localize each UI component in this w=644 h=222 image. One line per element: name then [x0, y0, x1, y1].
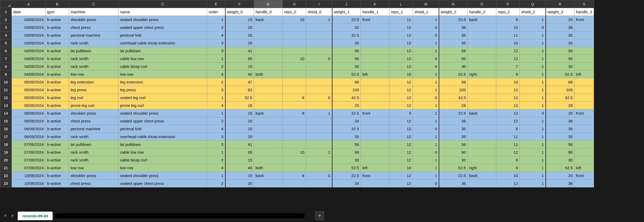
cell[interactable]: 03/09/2024 — [12, 16, 46, 24]
cell[interactable]: 35 — [439, 133, 468, 141]
cell[interactable]: 56 — [439, 141, 468, 148]
cell[interactable] — [361, 78, 389, 86]
cell[interactable]: 03/09/2024 — [12, 39, 46, 47]
cell[interactable]: 8 — [283, 172, 306, 180]
cell[interactable]: b-active — [46, 148, 69, 156]
cell[interactable]: 1 — [207, 109, 225, 117]
cell[interactable]: 9 — [389, 109, 413, 117]
cell[interactable]: 12 — [389, 94, 413, 102]
cell[interactable]: b-active — [46, 24, 69, 31]
row-header-9[interactable]: 9 — [0, 70, 12, 78]
cell[interactable]: 30 — [332, 63, 361, 70]
row-header-2[interactable]: 2 — [0, 16, 12, 24]
cell[interactable] — [361, 102, 389, 109]
row-header-10[interactable]: 10 — [0, 78, 12, 86]
column-header-F[interactable]: F — [225, 0, 254, 8]
cell[interactable]: shoulder press — [69, 109, 119, 117]
cell[interactable]: 30 — [439, 63, 468, 70]
cell[interactable] — [468, 94, 496, 102]
cell[interactable]: 15 — [225, 63, 254, 70]
cell[interactable]: 28 — [546, 102, 574, 109]
cell[interactable]: 1 — [413, 117, 439, 125]
cell[interactable] — [254, 102, 283, 109]
cell[interactable]: leg curl — [69, 94, 119, 102]
cell[interactable]: b-active — [46, 78, 69, 86]
cell[interactable]: 1 — [520, 180, 546, 187]
cell[interactable]: chest press — [69, 180, 119, 187]
cell[interactable] — [361, 86, 389, 94]
cell[interactable]: 07/09/2024 — [12, 141, 46, 148]
cell[interactable]: 90 — [439, 55, 468, 63]
cell[interactable]: b-active — [46, 63, 69, 70]
cell[interactable] — [574, 180, 594, 187]
cell[interactable]: 90 — [439, 148, 468, 156]
cell[interactable]: 11 — [496, 141, 520, 148]
cell[interactable]: 12 — [496, 180, 520, 187]
header-cell[interactable]: xhstd_2 — [520, 8, 546, 16]
cell[interactable]: 1 — [520, 172, 546, 180]
cell[interactable] — [468, 133, 496, 141]
cell[interactable]: 42.5 — [332, 94, 361, 102]
cell[interactable] — [574, 148, 594, 156]
cell[interactable]: 1 — [520, 164, 546, 172]
cell[interactable]: 41 — [225, 47, 254, 55]
cell[interactable]: 12 — [389, 47, 413, 55]
cell[interactable]: 56 — [439, 47, 468, 55]
cell[interactable] — [283, 133, 306, 141]
cell[interactable]: 35 — [439, 31, 468, 39]
cell[interactable]: chest press — [69, 24, 119, 31]
cell[interactable]: 36 — [439, 117, 468, 125]
cell[interactable] — [283, 141, 306, 148]
cell[interactable]: 42.5 — [439, 94, 468, 102]
cell[interactable]: b-active — [46, 180, 69, 187]
cell[interactable] — [574, 47, 594, 55]
cell[interactable]: seated shoulder press — [119, 16, 207, 24]
cell[interactable]: 12 — [389, 102, 413, 109]
cell[interactable]: 1 — [520, 39, 546, 47]
cell[interactable]: back — [254, 16, 283, 24]
cell[interactable]: 65 — [225, 55, 254, 63]
cell[interactable] — [283, 125, 306, 133]
cell[interactable] — [468, 55, 496, 63]
cell[interactable]: 35 — [332, 39, 361, 47]
cell[interactable]: b-active — [46, 94, 69, 102]
cell[interactable] — [306, 117, 332, 125]
cell[interactable]: 22.5 — [439, 16, 468, 24]
cell[interactable]: 32.5 — [332, 125, 361, 133]
cell[interactable]: 1 — [306, 109, 332, 117]
cell[interactable] — [283, 117, 306, 125]
cell[interactable]: left — [361, 164, 389, 172]
column-header-E[interactable]: E — [207, 0, 225, 8]
cell[interactable]: 4 — [207, 31, 225, 39]
cell[interactable]: 12 — [389, 39, 413, 47]
cell[interactable]: left — [574, 70, 594, 78]
cell[interactable]: 8 — [283, 94, 306, 102]
cell[interactable]: 04/09/2024 — [12, 47, 46, 55]
cell[interactable]: 1 — [306, 148, 332, 156]
cell[interactable]: prone leg curl — [69, 102, 119, 109]
row-header-18[interactable]: 18 — [0, 141, 12, 148]
cell[interactable]: 52.5 — [332, 164, 361, 172]
cell[interactable] — [283, 63, 306, 70]
cell[interactable]: 12 — [389, 133, 413, 141]
cell[interactable]: 34 — [332, 180, 361, 187]
cell[interactable]: 11 — [496, 133, 520, 141]
cell[interactable]: back — [254, 172, 283, 180]
cell[interactable]: 105 — [439, 86, 468, 94]
cell[interactable] — [283, 164, 306, 172]
cell[interactable]: 03/09/2024 — [12, 24, 46, 31]
cell[interactable]: b-active — [46, 39, 69, 47]
cell[interactable]: 35 — [439, 125, 468, 133]
cell[interactable]: 20 — [225, 31, 254, 39]
column-header-K[interactable]: K — [361, 0, 389, 8]
cell[interactable]: 1 — [520, 125, 546, 133]
cell[interactable] — [361, 94, 389, 102]
cell[interactable]: 30 — [439, 156, 468, 164]
cell[interactable]: 52.5 — [332, 70, 361, 78]
cell[interactable]: left — [574, 164, 594, 172]
cell[interactable]: leg extension — [119, 78, 207, 86]
cell[interactable]: front — [361, 172, 389, 180]
cell[interactable]: 3 — [207, 39, 225, 47]
cell[interactable]: 1 — [413, 133, 439, 141]
cell[interactable] — [574, 55, 594, 63]
